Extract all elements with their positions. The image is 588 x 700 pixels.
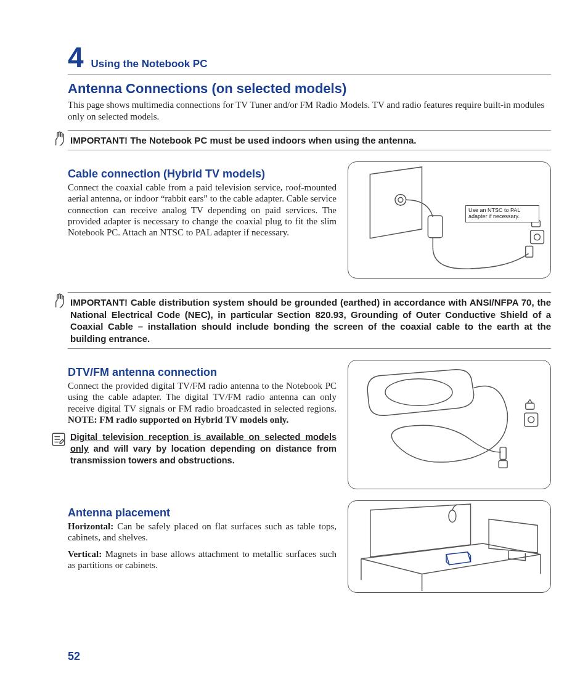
dtv-body-bold: NOTE: FM radio supported on Hybrid TV mo… [68,415,288,425]
dtv-body-plain: Connect the provided digital TV/FM radio… [68,381,337,413]
dtv-fm-section: DTV/FM antenna connection Connect the pr… [68,360,551,489]
svg-rect-9 [500,447,506,460]
placement-horizontal: Horizontal: Can be safely placed on flat… [68,521,337,543]
placement-figure [348,500,551,593]
svg-rect-11 [526,403,534,409]
important-hand-icon [51,131,67,149]
cable-heading: Cable connection (Hybrid TV models) [68,168,337,181]
cable-connection-section: Cable connection (Hybrid TV models) Conn… [68,161,551,279]
svg-rect-12 [525,413,538,426]
dtv-figure [348,360,551,489]
important-hand-icon [51,293,67,311]
svg-rect-4 [531,230,544,244]
svg-point-14 [449,510,456,523]
cable-figure-label: Use an NTSC to PAL adapter if necessary. [465,205,539,222]
note-pencil-icon [51,431,67,450]
placement-h-label: Horizontal: [68,521,113,531]
cable-figure: Use an NTSC to PAL adapter if necessary. [348,161,551,279]
svg-point-13 [528,417,534,423]
svg-rect-2 [428,216,443,238]
chapter-number: 4 [68,43,84,71]
dtv-note-rest: and will vary by location depending on d… [70,444,337,465]
dtv-body: Connect the provided digital TV/FM radio… [68,380,337,425]
important-1-text: IMPORTANT! The Notebook PC must be used … [70,131,416,150]
placement-heading: Antenna placement [68,507,337,519]
intro-text: This page shows multimedia connections f… [68,99,551,123]
important-notice-1: IMPORTANT! The Notebook PC must be used … [68,130,551,151]
placement-v-label: Vertical: [68,549,102,559]
important-2-text: IMPORTANT! Cable distribution system sho… [70,293,551,348]
chapter-title: Using the Notebook PC [91,58,208,70]
svg-point-5 [534,234,541,240]
page-number: 52 [68,650,80,663]
svg-rect-3 [526,246,533,258]
placement-v-body: Magnets in base allows attachment to met… [68,549,337,570]
placement-section: Antenna placement Horizontal: Can be saf… [68,500,551,593]
svg-rect-10 [499,460,507,468]
dtv-note-text: Digital television reception is availabl… [70,431,337,466]
important-notice-2: IMPORTANT! Cable distribution system sho… [68,292,551,349]
cable-body: Connect the coaxial cable from a paid te… [68,182,337,238]
svg-point-0 [395,194,406,205]
chapter-header: 4 Using the Notebook PC [68,43,551,75]
dtv-heading: DTV/FM antenna connection [68,366,337,379]
placement-vertical: Vertical: Magnets in base allows attachm… [68,548,337,571]
page-title: Antenna Connections (on selected models) [68,81,551,97]
dtv-note: Digital television reception is availabl… [68,431,337,466]
svg-point-8 [385,379,452,406]
svg-point-1 [398,197,403,202]
